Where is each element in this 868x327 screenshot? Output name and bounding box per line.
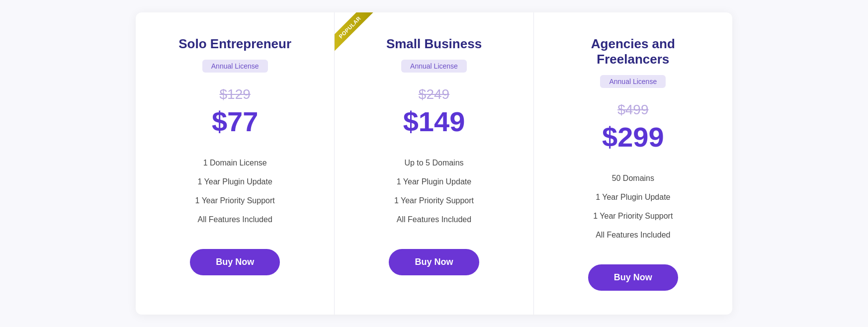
feature-item-2-0: 50 Domains <box>554 169 712 188</box>
feature-item-1-1: 1 Year Plugin Update <box>354 172 513 191</box>
buy-button-solo[interactable]: Buy Now <box>190 249 280 275</box>
pricing-card-agencies: Agencies and Freelancers Annual License … <box>534 12 732 315</box>
features-list-solo: 1 Domain License 1 Year Plugin Update 1 … <box>156 154 314 229</box>
buy-button-small-business[interactable]: Buy Now <box>389 249 479 275</box>
license-badge-solo: Annual License <box>202 60 268 73</box>
sale-price-agencies: $299 <box>554 121 712 153</box>
popular-badge: POPULAR <box>335 12 379 57</box>
sale-price-small-business: $149 <box>354 105 513 138</box>
feature-item-0-0: 1 Domain License <box>156 154 314 172</box>
pricing-card-small-business: POPULAR Small Business Annual License $2… <box>335 12 533 315</box>
original-price-solo: $129 <box>156 86 314 102</box>
sale-price-solo: $77 <box>156 105 314 138</box>
license-badge-small-business: Annual License <box>401 60 467 73</box>
original-price-small-business: $249 <box>354 86 513 102</box>
features-list-small-business: Up to 5 Domains 1 Year Plugin Update 1 Y… <box>354 154 513 229</box>
features-list-agencies: 50 Domains 1 Year Plugin Update 1 Year P… <box>554 169 712 245</box>
feature-item-2-3: All Features Included <box>554 226 712 245</box>
pricing-table: Solo Entrepreneur Annual License $129 $7… <box>136 12 732 315</box>
feature-item-1-2: 1 Year Priority Support <box>354 191 513 210</box>
feature-item-2-1: 1 Year Plugin Update <box>554 188 712 207</box>
pricing-card-solo: Solo Entrepreneur Annual License $129 $7… <box>136 12 335 315</box>
feature-item-1-3: All Features Included <box>354 210 513 229</box>
feature-item-2-2: 1 Year Priority Support <box>554 207 712 226</box>
feature-item-0-1: 1 Year Plugin Update <box>156 172 314 191</box>
plan-title-solo: Solo Entrepreneur <box>156 36 314 52</box>
feature-item-1-0: Up to 5 Domains <box>354 154 513 172</box>
plan-title-agencies: Agencies and Freelancers <box>554 36 712 67</box>
feature-item-0-3: All Features Included <box>156 210 314 229</box>
license-badge-agencies: Annual License <box>600 75 666 88</box>
feature-item-0-2: 1 Year Priority Support <box>156 191 314 210</box>
popular-label: POPULAR <box>335 12 375 52</box>
buy-button-agencies[interactable]: Buy Now <box>588 264 678 291</box>
original-price-agencies: $499 <box>554 102 712 118</box>
